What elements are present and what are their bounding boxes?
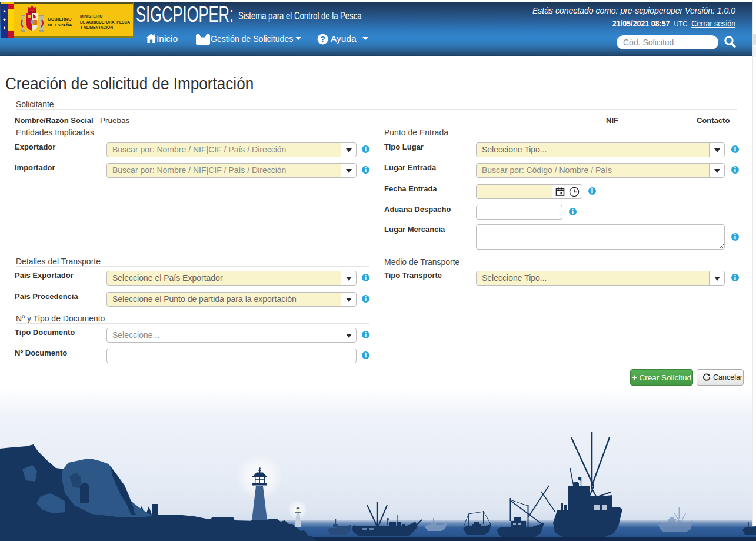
svg-text:DE AGRICULTURA, PESCA: DE AGRICULTURA, PESCA [80, 20, 130, 25]
svg-text:DE ESPAÑA: DE ESPAÑA [48, 22, 72, 28]
svg-text:Y ALIMENTACIÓN: Y ALIMENTACIÓN [80, 25, 113, 29]
svg-text:?: ? [320, 35, 325, 44]
svg-text:MINISTERIO: MINISTERIO [80, 14, 102, 18]
svg-text:GOBIERNO: GOBIERNO [48, 16, 72, 22]
